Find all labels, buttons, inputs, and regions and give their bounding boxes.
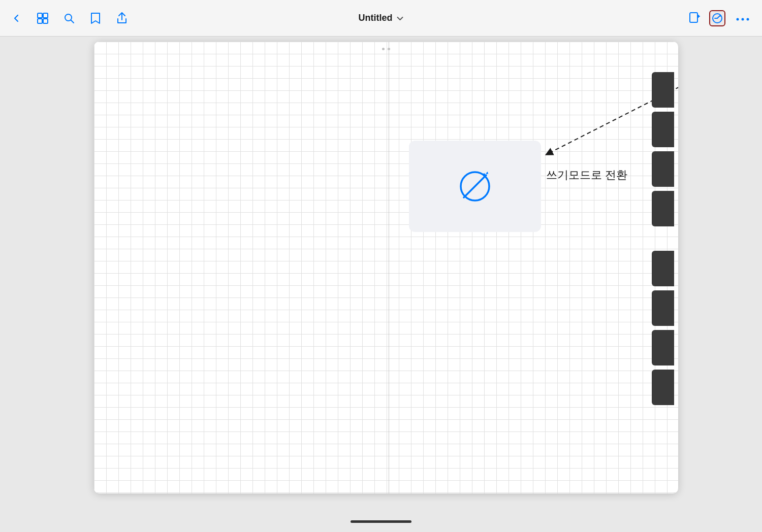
grid-view-button[interactable] <box>35 10 51 26</box>
grid-background <box>94 42 678 493</box>
svg-rect-3 <box>43 19 48 23</box>
svg-rect-2 <box>38 19 42 23</box>
sidebar-tab-6[interactable] <box>652 290 674 326</box>
main-content: 쓰기모드로 전환 <box>0 37 762 532</box>
sidebar-tab-4[interactable] <box>652 191 674 226</box>
toolbar-center: Untitled <box>355 11 408 25</box>
sidebar-tab-1[interactable] <box>652 72 674 108</box>
right-sidebar <box>648 42 678 493</box>
toolbar-left <box>8 10 687 26</box>
search-button[interactable] <box>61 10 77 26</box>
sidebar-tab-8[interactable] <box>652 370 674 405</box>
sidebar-tab-5[interactable] <box>652 251 674 286</box>
title-button[interactable]: Untitled <box>355 11 408 25</box>
add-page-button[interactable] <box>687 10 703 26</box>
tooltip-label: 쓰기모드로 전환 <box>546 168 627 183</box>
svg-point-8 <box>742 18 744 20</box>
back-button[interactable] <box>8 10 24 26</box>
svg-point-9 <box>747 18 749 20</box>
svg-line-11 <box>464 175 486 197</box>
sidebar-tab-2[interactable] <box>652 112 674 147</box>
svg-rect-1 <box>43 13 48 18</box>
tooltip-box <box>409 141 541 232</box>
bottom-scroll-indicator <box>351 520 411 523</box>
page-dot <box>382 48 385 50</box>
bookmark-button[interactable] <box>87 10 104 26</box>
more-options-button[interactable] <box>732 10 754 27</box>
svg-point-7 <box>737 18 739 20</box>
svg-rect-0 <box>38 13 42 18</box>
document-title: Untitled <box>359 13 393 23</box>
sidebar-tab-7[interactable] <box>652 330 674 365</box>
edit-mode-icon-display <box>455 166 495 207</box>
notebook-page[interactable]: 쓰기모드로 전환 <box>94 42 678 493</box>
toolbar: Untitled <box>0 0 762 37</box>
sidebar-tab-3[interactable] <box>652 151 674 187</box>
svg-rect-5 <box>690 13 697 22</box>
share-button[interactable] <box>114 10 130 26</box>
page-divider <box>389 42 389 493</box>
toolbar-right <box>687 10 754 27</box>
edit-mode-button[interactable] <box>709 10 725 26</box>
